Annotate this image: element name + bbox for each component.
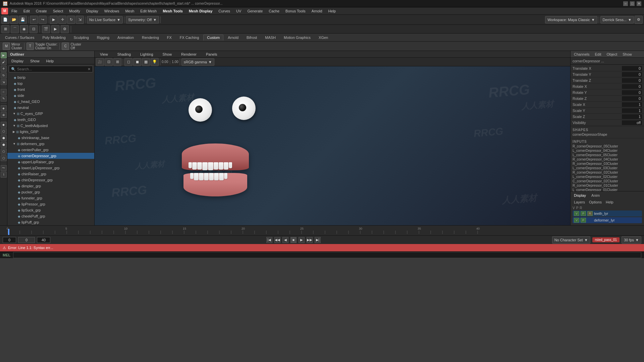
rotate-x-row[interactable]: Rotate X 0 bbox=[571, 83, 644, 89]
search-input[interactable] bbox=[17, 67, 86, 71]
redo-button[interactable]: ↪ bbox=[39, 16, 47, 24]
menu-windows[interactable]: Windows bbox=[102, 8, 122, 14]
input-item-7[interactable]: L_cornerDepressor_02Cluster bbox=[573, 175, 642, 179]
outliner-item-24[interactable]: ◆lipPuff_grp bbox=[7, 219, 94, 225]
outliner-content[interactable]: ◆bsrip◆top◆front◆side◆c_head_GEO◆neutral… bbox=[7, 74, 94, 225]
menu-uv[interactable]: UV bbox=[233, 8, 244, 14]
outliner-item-3[interactable]: ◆side bbox=[7, 93, 94, 99]
select-tool-button[interactable]: ▶ bbox=[50, 16, 58, 24]
outliner-item-11[interactable]: ▼⊞deformers_grp bbox=[7, 141, 94, 147]
shelf-tab-motion-graphics[interactable]: Motion Graphics bbox=[280, 35, 314, 41]
custom-tool-1-button[interactable]: ◆ bbox=[1, 122, 7, 128]
shelf-tab-sculpting[interactable]: Sculpting bbox=[70, 35, 93, 41]
outliner-item-23[interactable]: ◆cheekPuff_grp bbox=[7, 213, 94, 219]
play-back-button[interactable]: ◀ bbox=[282, 237, 288, 243]
render-settings-button[interactable]: ⚙ bbox=[61, 25, 69, 33]
maximize-button[interactable]: □ bbox=[630, 1, 635, 6]
menu-edit-mesh[interactable]: Edit Mesh bbox=[138, 8, 159, 14]
custom-tool-6-button[interactable]: ⬡ bbox=[1, 155, 7, 161]
outliner-item-16[interactable]: ◆chinRaiser_grp bbox=[7, 171, 94, 177]
shelf-tab-xgen[interactable]: XGen bbox=[315, 35, 332, 41]
shelf-tab-curves-surfaces[interactable]: Curves / Surfaces bbox=[1, 35, 38, 41]
menu-help[interactable]: Help bbox=[326, 8, 339, 14]
scale-z-row[interactable]: Scale Z 1 bbox=[571, 114, 644, 120]
user-dropdown[interactable]: Derrick Sess... ▼ bbox=[600, 16, 634, 23]
outliner-item-17[interactable]: ◆chinDepressor_grp bbox=[7, 177, 94, 183]
input-item-0[interactable]: R_cornerDepressor_05Cluster bbox=[573, 144, 642, 148]
outliner-item-13[interactable]: ◆cornerDepressor_grp bbox=[7, 153, 94, 159]
search-close-icon[interactable]: ✕ bbox=[88, 67, 91, 71]
go-start-button[interactable]: |◀ bbox=[266, 237, 272, 243]
translate-y-row[interactable]: Translate Y 0 bbox=[571, 71, 644, 77]
input-item-10[interactable]: L_cornerDepressor_01Cluster bbox=[573, 188, 642, 191]
layer-teeth-r-toggle[interactable]: R bbox=[587, 211, 593, 216]
lasso-tool-button[interactable]: ○ bbox=[1, 89, 7, 95]
snap-point-button[interactable]: ◉ bbox=[20, 25, 28, 33]
camera-attrs-button[interactable]: 🎥 bbox=[96, 58, 104, 66]
layer-teeth-row[interactable]: V P R teeth_lyr bbox=[573, 210, 642, 217]
input-item-6[interactable]: R_cornerDepressor_02Cluster bbox=[573, 170, 642, 175]
custom-tool-3-button[interactable]: ⬢ bbox=[1, 135, 7, 141]
mirror-cluster-icon[interactable]: M bbox=[3, 43, 10, 50]
menu-generate[interactable]: Generate bbox=[245, 8, 265, 14]
rotate-mode-button[interactable]: ↻ bbox=[1, 72, 7, 78]
menu-mesh-display[interactable]: Mesh Display bbox=[186, 8, 215, 14]
toggle-cluster-on-icon[interactable]: T bbox=[26, 43, 34, 50]
fit-all-button[interactable]: ⊡ bbox=[105, 58, 113, 66]
scale-mode-button[interactable]: ⇲ bbox=[1, 79, 7, 85]
no-live-surface-dropdown[interactable]: No Live Surface ▼ bbox=[87, 16, 123, 23]
outliner-item-2[interactable]: ◆front bbox=[7, 86, 94, 93]
outliner-item-19[interactable]: ◆pucker_grp bbox=[7, 189, 94, 195]
outliner-item-22[interactable]: ◆lipSuck_grp bbox=[7, 207, 94, 213]
input-item-4[interactable]: R_cornerDepressor_03Cluster bbox=[573, 162, 642, 166]
options-tab[interactable]: Options bbox=[588, 199, 603, 205]
input-item-1[interactable]: L_cornerDepressor_04Cluster bbox=[573, 148, 642, 153]
shelf-tab-bifrost[interactable]: Bifrost bbox=[243, 35, 261, 41]
rotate-y-row[interactable]: Rotate Y 0 bbox=[571, 89, 644, 96]
input-item-9[interactable]: R_cornerDepressor_01Cluster bbox=[573, 183, 642, 188]
current-frame-field[interactable] bbox=[18, 237, 35, 243]
translate-z-value[interactable]: 0 bbox=[622, 78, 642, 83]
scale-x-row[interactable]: Scale X 1 bbox=[571, 102, 644, 108]
undo-button[interactable]: ↩ bbox=[30, 16, 38, 24]
menu-file[interactable]: File bbox=[9, 8, 20, 14]
shelf-tab-animation[interactable]: Animation bbox=[114, 35, 138, 41]
outliner-item-8[interactable]: ▼⊞C_teethAdjusted bbox=[7, 123, 94, 129]
layers-tab[interactable]: Layers bbox=[573, 199, 586, 205]
command-input[interactable] bbox=[13, 252, 641, 258]
input-item-3[interactable]: R_cornerDepressor_04Cluster bbox=[573, 157, 642, 162]
timeline-track[interactable] bbox=[1, 226, 643, 235]
move-mode-button[interactable]: ✛ bbox=[1, 66, 7, 72]
snap-view-button[interactable]: ⊡ bbox=[30, 25, 38, 33]
menu-display[interactable]: Display bbox=[84, 8, 101, 14]
outliner-item-7[interactable]: ◆teeth_GEO bbox=[7, 117, 94, 123]
shelf-tab-fx-caching[interactable]: FX Caching bbox=[176, 35, 203, 41]
paint-tool-button[interactable]: 🖌 bbox=[1, 59, 7, 65]
workspace-dropdown[interactable]: Workspace: Maya Classic ▼ bbox=[545, 16, 597, 23]
lights-button[interactable]: 💡 bbox=[151, 58, 159, 66]
shelf-tab-rigging[interactable]: Rigging bbox=[93, 35, 113, 41]
outliner-menu-show[interactable]: Show bbox=[28, 58, 42, 64]
edit-tab[interactable]: Edit bbox=[593, 52, 602, 57]
symmetry-dropdown[interactable]: Symmetry: Off ▼ bbox=[126, 16, 159, 23]
snap-live-button[interactable]: ◈ bbox=[1, 105, 7, 111]
outliner-item-10[interactable]: ◆shrinkwrap_base bbox=[7, 135, 94, 141]
shelf-tab-custom[interactable]: Custom bbox=[203, 35, 223, 41]
stop-button[interactable]: ■ bbox=[290, 237, 297, 243]
menu-mesh[interactable]: Mesh bbox=[122, 8, 137, 14]
viewport-menu-lighting[interactable]: Lighting bbox=[138, 52, 156, 57]
visibility-value[interactable]: off bbox=[622, 120, 642, 125]
fps-dropdown[interactable]: 30 fps ▼ bbox=[622, 236, 641, 244]
display-help-tab[interactable]: Help bbox=[604, 199, 615, 205]
outliner-item-9[interactable]: ▶⊞lights_GRP bbox=[7, 129, 94, 135]
object-tab[interactable]: Object bbox=[605, 52, 619, 57]
timeline[interactable] bbox=[0, 225, 644, 235]
display-tab[interactable]: Display bbox=[573, 193, 587, 198]
rotate-tool-button[interactable]: ↻ bbox=[67, 16, 75, 24]
menu-arnold[interactable]: Arnold bbox=[309, 8, 325, 14]
channels-tab[interactable]: Channels bbox=[573, 52, 591, 57]
viewport-menu-view[interactable]: View bbox=[97, 52, 111, 57]
save-file-button[interactable]: 💾 bbox=[19, 16, 27, 24]
paint-select-button[interactable]: ✎ bbox=[1, 96, 7, 102]
scale-tool-button[interactable]: ⇲ bbox=[76, 16, 84, 24]
